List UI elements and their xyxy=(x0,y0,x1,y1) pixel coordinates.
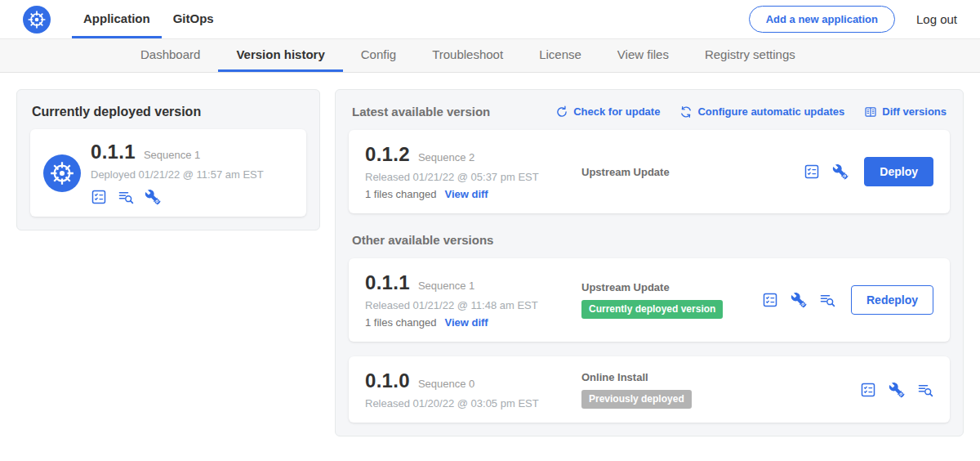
deployed-version-info: 0.1.1 Sequence 1 Deployed 01/21/22 @ 11:… xyxy=(91,141,264,205)
other-versions-title: Other available versions xyxy=(352,233,947,247)
tab-gitops[interactable]: GitOps xyxy=(162,0,225,38)
available-versions-panel: Latest available version Check for updat… xyxy=(335,89,964,436)
version-card-0-1-1: 0.1.1 Sequence 1 Released 01/21/22 @ 11:… xyxy=(349,258,950,342)
subnav-view-files[interactable]: View files xyxy=(599,39,687,72)
tab-application-label: Application xyxy=(83,11,150,25)
columns-icon xyxy=(864,105,877,119)
previously-deployed-badge: Previously deployed xyxy=(581,390,692,409)
subnav-version-history[interactable]: Version history xyxy=(218,39,342,72)
sequence-label: Sequence 0 xyxy=(418,378,474,390)
deployed-version-card: 0.1.1 Sequence 1 Deployed 01/21/22 @ 11:… xyxy=(30,129,306,217)
refresh-icon xyxy=(555,105,568,119)
edit-config-icon[interactable] xyxy=(889,382,905,398)
version-card-actions xyxy=(852,382,933,398)
deployed-version-number: 0.1.1 xyxy=(91,141,136,163)
release-notes-icon[interactable] xyxy=(804,163,820,180)
deployed-panel-title: Currently deployed version xyxy=(32,105,306,119)
version-card-0-1-2: 0.1.2 Sequence 2 Released 01/21/22 @ 05:… xyxy=(349,130,950,213)
version-card-info: 0.1.2 Sequence 2 Released 01/21/22 @ 05:… xyxy=(365,143,573,200)
available-panel-header: Latest available version Check for updat… xyxy=(352,105,947,119)
subnav-registry-settings[interactable]: Registry settings xyxy=(687,39,813,72)
version-number: 0.1.1 xyxy=(365,271,410,294)
subnav-troubleshoot[interactable]: Troubleshoot xyxy=(414,39,521,72)
app-logo xyxy=(23,6,51,34)
sequence-label: Sequence 2 xyxy=(418,151,474,163)
version-card-source: Upstream Update xyxy=(573,166,795,178)
version-number: 0.1.2 xyxy=(365,143,410,166)
subnav-config[interactable]: Config xyxy=(343,39,414,72)
edit-config-icon[interactable] xyxy=(832,163,849,180)
diff-versions-link[interactable]: Diff versions xyxy=(864,105,947,119)
source-label: Upstream Update xyxy=(581,281,754,293)
redeploy-button[interactable]: Redeploy xyxy=(851,285,933,315)
edit-config-icon[interactable] xyxy=(791,292,807,308)
available-panel-actions: Check for update Configure automatic upd… xyxy=(555,105,947,119)
deploy-button[interactable]: Deploy xyxy=(864,157,933,186)
topbar-right: Add a new application Log out xyxy=(749,0,957,38)
version-card-0-1-0: 0.1.0 Sequence 0 Released 01/20/22 @ 03:… xyxy=(349,356,950,423)
sequence-label: Sequence 1 xyxy=(418,280,474,292)
subnav-license[interactable]: License xyxy=(521,39,599,72)
app-logo xyxy=(43,154,81,192)
view-diff-icon[interactable] xyxy=(917,382,933,398)
diff-versions-label: Diff versions xyxy=(882,105,947,118)
release-notes-icon[interactable] xyxy=(860,382,876,398)
topnav: Application GitOps xyxy=(72,0,225,38)
kubernetes-helm-icon xyxy=(49,160,75,186)
subnav-dashboard[interactable]: Dashboard xyxy=(122,39,218,72)
logout-link[interactable]: Log out xyxy=(916,12,957,26)
view-diff-icon[interactable] xyxy=(819,292,835,308)
available-panel-title: Latest available version xyxy=(352,105,490,119)
source-label: Upstream Update xyxy=(581,166,795,178)
edit-config-icon[interactable] xyxy=(145,189,161,205)
view-diff-link[interactable]: View diff xyxy=(444,316,488,329)
deployed-sequence-label: Sequence 1 xyxy=(144,149,200,161)
app-subnav: Dashboard Version history Config Trouble… xyxy=(0,39,980,73)
files-changed-label: 1 files changed xyxy=(365,188,436,200)
configure-automatic-updates-label: Configure automatic updates xyxy=(697,105,844,118)
files-changed-label: 1 files changed xyxy=(365,316,436,329)
configure-automatic-updates-link[interactable]: Configure automatic updates xyxy=(679,105,844,119)
released-timestamp: Released 01/20/22 @ 03:05 pm EST xyxy=(365,397,573,410)
kubernetes-helm-icon xyxy=(27,10,47,29)
version-number: 0.1.0 xyxy=(365,369,410,392)
add-application-button[interactable]: Add a new application xyxy=(749,6,895,33)
version-card-actions: Redeploy xyxy=(754,285,933,315)
topbar: Application GitOps Add a new application… xyxy=(0,0,980,39)
sync-icon xyxy=(679,105,693,119)
released-timestamp: Released 01/21/22 @ 05:37 pm EST xyxy=(365,171,573,183)
release-notes-icon[interactable] xyxy=(91,189,107,205)
release-notes-icon[interactable] xyxy=(762,292,778,308)
tab-application[interactable]: Application xyxy=(72,0,162,38)
deployed-card-actions xyxy=(91,189,264,205)
check-for-update-link[interactable]: Check for update xyxy=(555,105,660,119)
deployed-timestamp: Deployed 01/21/22 @ 11:57 am EST xyxy=(91,168,264,181)
source-label: Online Install xyxy=(581,371,852,383)
main-content: Currently deployed version 0.1.1 Sequenc… xyxy=(0,73,980,453)
version-card-actions: Deploy xyxy=(795,157,933,186)
version-card-source: Upstream Update Currently deployed versi… xyxy=(573,281,754,319)
released-timestamp: Released 01/21/22 @ 11:48 am EST xyxy=(365,299,573,311)
version-card-source: Online Install Previously deployed xyxy=(573,371,852,409)
view-diff-icon[interactable] xyxy=(118,189,134,205)
currently-deployed-panel: Currently deployed version 0.1.1 Sequenc… xyxy=(16,89,320,230)
check-for-update-label: Check for update xyxy=(573,105,660,118)
tab-gitops-label: GitOps xyxy=(173,11,214,25)
currently-deployed-badge: Currently deployed version xyxy=(581,300,723,319)
version-card-info: 0.1.0 Sequence 0 Released 01/20/22 @ 03:… xyxy=(365,369,573,410)
view-diff-link[interactable]: View diff xyxy=(444,188,488,200)
version-card-info: 0.1.1 Sequence 1 Released 01/21/22 @ 11:… xyxy=(365,271,573,329)
